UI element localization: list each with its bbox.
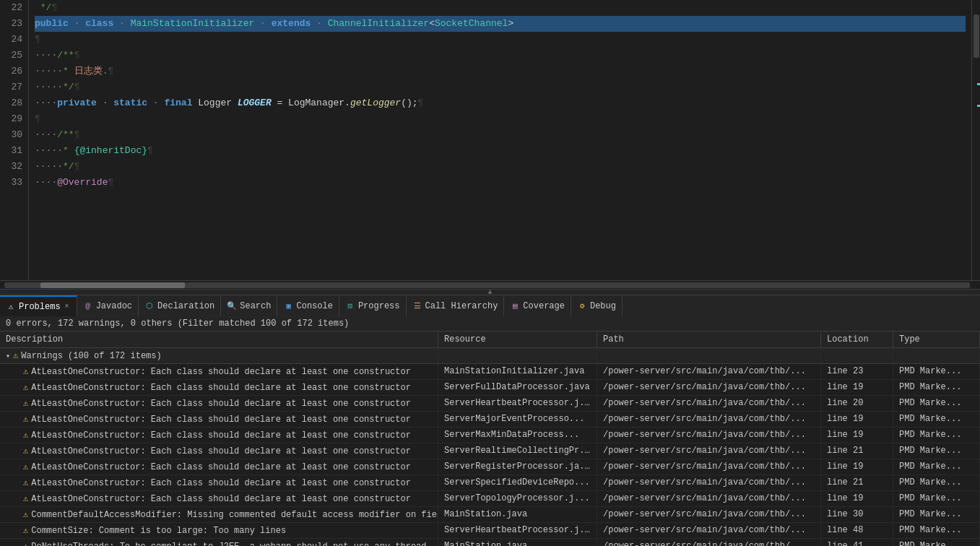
- tab-javadoc[interactable]: @ Javadoc: [77, 295, 139, 316]
- row-location: line 19: [821, 491, 893, 506]
- row-description: ⚠ AtLeastOneConstructor: Each class shou…: [0, 475, 438, 490]
- progress-icon: ⊡: [345, 301, 355, 311]
- bottom-tab-bar: ⚠ Problems × @ Javadoc ⬡ Declaration 🔍 S…: [0, 295, 980, 316]
- problems-summary-text: 0 errors, 172 warnings, 0 others (Filter…: [6, 318, 349, 329]
- row-type: PMD Marke...: [893, 396, 980, 411]
- h-scroll-track[interactable]: [4, 282, 970, 288]
- row-resource: MainStationInitializer.java: [438, 364, 597, 379]
- table-row[interactable]: ⚠ AtLeastOneConstructor: Each class shou…: [0, 443, 980, 459]
- tab-problems[interactable]: ⚠ Problems ×: [0, 295, 77, 316]
- row-path: /power-server/src/main/java/com/thb/...: [597, 539, 821, 546]
- row-warning-icon: ⚠: [23, 525, 28, 536]
- row-description: ⚠ AtLeastOneConstructor: Each class shou…: [0, 443, 438, 459]
- problems-table[interactable]: Description Resource Path Location Type …: [0, 332, 980, 546]
- row-resource: ServerHeartbeatProcessor.j...: [438, 396, 597, 411]
- row-description: ⚠ AtLeastOneConstructor: Each class shou…: [0, 412, 438, 427]
- tab-debug[interactable]: ⚙ Debug: [571, 295, 623, 316]
- row-resource: ServerMaxMinDataProcess...: [438, 428, 597, 443]
- row-type: PMD Marke...: [893, 428, 980, 443]
- console-icon: ▣: [283, 301, 293, 311]
- table-row[interactable]: ⚠ AtLeastOneConstructor: Each class shou…: [0, 396, 980, 412]
- group-warning-icon: ⚠: [13, 350, 18, 361]
- row-resource: ServerTopologyProcessor.j...: [438, 491, 597, 506]
- debug-icon: ⚙: [577, 301, 587, 311]
- javadoc-icon: @: [83, 301, 93, 311]
- table-row[interactable]: ⚠ AtLeastOneConstructor: Each class shou…: [0, 380, 980, 396]
- row-warning-icon: ⚠: [23, 541, 28, 546]
- row-location: line 20: [821, 396, 893, 411]
- row-warning-icon: ⚠: [23, 414, 28, 425]
- row-resource: ServerRealtimeCollectingPr...: [438, 443, 597, 459]
- code-line-30: ····/**¶: [35, 127, 966, 143]
- row-description: ⚠ AtLeastOneConstructor: Each class shou…: [0, 428, 438, 443]
- table-row[interactable]: ⚠ AtLeastOneConstructor: Each class shou…: [0, 428, 980, 443]
- row-location: line 21: [821, 443, 893, 459]
- row-resource: ServerFullDataProcessor.java: [438, 380, 597, 395]
- row-warning-icon: ⚠: [23, 509, 28, 520]
- table-row[interactable]: ⚠ DoNotUseThreads: To be compliant to J2…: [0, 539, 980, 546]
- tab-coverage-label: Coverage: [523, 301, 565, 311]
- row-type: PMD Marke...: [893, 507, 980, 522]
- row-type: PMD Marke...: [893, 491, 980, 506]
- declaration-icon: ⬡: [144, 301, 155, 311]
- row-resource: ServerHeartbeatProcessor.j...: [438, 523, 597, 538]
- tab-declaration-label: Declaration: [157, 301, 214, 311]
- code-line-23: public · class · MainStationInitializer …: [35, 16, 966, 32]
- tab-declaration[interactable]: ⬡ Declaration: [139, 295, 221, 316]
- row-path: /power-server/src/main/java/com/thb/...: [597, 428, 821, 443]
- code-editor: 22 23 24 25 26 27 28 29 30 31 32 33 */¶ …: [0, 0, 980, 289]
- row-type: PMD Marke...: [893, 459, 980, 474]
- tab-callhierarchy[interactable]: ☰ Call Hierarchy: [407, 295, 505, 316]
- vertical-scrollbar[interactable]: [971, 0, 980, 280]
- row-location: line 21: [821, 475, 893, 490]
- tab-console-label: Console: [296, 301, 332, 311]
- tab-progress[interactable]: ⊡ Progress: [339, 295, 407, 316]
- row-location: line 19: [821, 459, 893, 474]
- row-type: PMD Marke...: [893, 539, 980, 546]
- row-path: /power-server/src/main/java/com/thb/...: [597, 491, 821, 506]
- tab-debug-label: Debug: [590, 301, 616, 311]
- row-warning-icon: ⚠: [23, 430, 28, 441]
- tab-search[interactable]: 🔍 Search: [221, 295, 277, 316]
- row-description: ⚠ AtLeastOneConstructor: Each class shou…: [0, 396, 438, 411]
- horizontal-scrollbar[interactable]: [0, 280, 980, 289]
- code-line-22: */¶: [35, 0, 966, 16]
- table-row[interactable]: ⚠ CommentDefaultAccessModifier: Missing …: [0, 507, 980, 523]
- table-row[interactable]: ⚠ AtLeastOneConstructor: Each class shou…: [0, 459, 980, 475]
- search-icon: 🔍: [227, 301, 237, 311]
- table-row[interactable]: ⚠ AtLeastOneConstructor: Each class shou…: [0, 412, 980, 428]
- coverage-icon: ▤: [510, 301, 520, 311]
- row-description: ⚠ AtLeastOneConstructor: Each class shou…: [0, 491, 438, 506]
- row-location: line 23: [821, 364, 893, 379]
- row-description: ⚠ AtLeastOneConstructor: Each class shou…: [0, 364, 438, 379]
- scroll-thumb[interactable]: [974, 14, 979, 58]
- h-scroll-thumb[interactable]: [40, 282, 185, 288]
- tab-problems-close[interactable]: ×: [64, 303, 71, 311]
- row-location: line 48: [821, 523, 893, 538]
- row-type: PMD Marke...: [893, 443, 980, 459]
- row-path: /power-server/src/main/java/com/thb/...: [597, 412, 821, 427]
- tab-console[interactable]: ▣ Console: [277, 295, 339, 316]
- problems-group-row[interactable]: ▾ ⚠ Warnings (100 of 172 items): [0, 348, 980, 364]
- row-warning-icon: ⚠: [23, 493, 28, 504]
- callhierarchy-icon: ☰: [412, 301, 422, 311]
- row-resource: MainStation.java: [438, 507, 597, 522]
- row-type: PMD Marke...: [893, 412, 980, 427]
- tab-problems-label: Problems: [19, 302, 61, 312]
- panel-resize-handle[interactable]: ▲: [0, 289, 980, 295]
- code-line-26: ·····* 日志类.¶: [35, 64, 966, 79]
- table-row[interactable]: ⚠ CommentSize: Comment is too large: Too…: [0, 523, 980, 539]
- table-row[interactable]: ⚠ AtLeastOneConstructor: Each class shou…: [0, 491, 980, 507]
- row-warning-icon: ⚠: [23, 366, 28, 377]
- code-content[interactable]: */¶ public · class · MainStationInitiali…: [29, 0, 971, 280]
- row-path: /power-server/src/main/java/com/thb/...: [597, 443, 821, 459]
- row-warning-icon: ⚠: [23, 382, 28, 393]
- table-row[interactable]: ⚠ AtLeastOneConstructor: Each class shou…: [0, 364, 980, 380]
- scroll-mark-1: [977, 83, 980, 85]
- group-expand-icon: ▾: [6, 352, 10, 360]
- tab-coverage[interactable]: ▤ Coverage: [504, 295, 571, 316]
- row-type: PMD Marke...: [893, 380, 980, 395]
- row-location: line 41: [821, 539, 893, 546]
- row-location: line 19: [821, 428, 893, 443]
- table-row[interactable]: ⚠ AtLeastOneConstructor: Each class shou…: [0, 475, 980, 491]
